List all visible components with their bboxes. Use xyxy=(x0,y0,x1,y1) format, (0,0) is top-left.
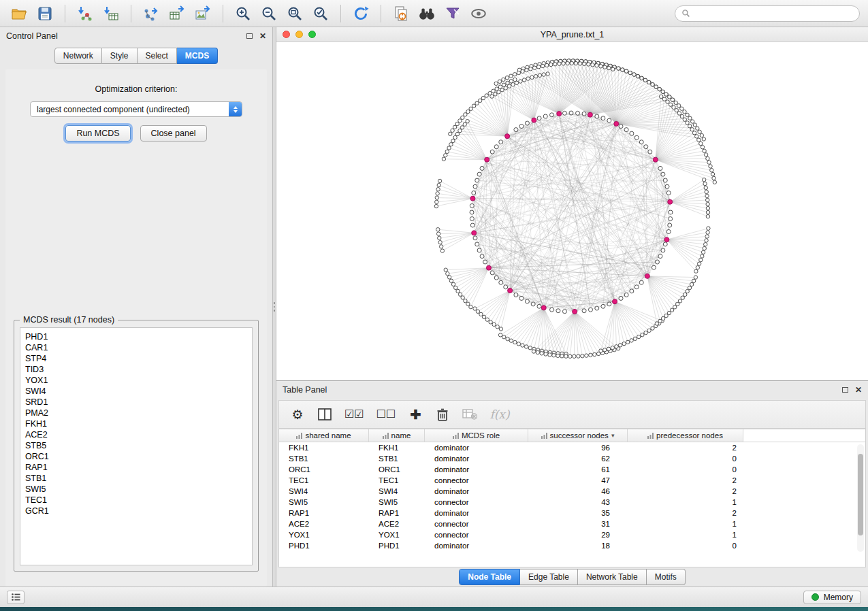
column-header-predecessor-nodes[interactable]: predecessor nodes xyxy=(628,429,743,442)
table-scrollbar-thumb[interactable] xyxy=(858,454,863,535)
cell-successor-nodes: 47 xyxy=(528,476,628,484)
search-input[interactable] xyxy=(694,9,853,18)
cell-predecessor-nodes: 1 xyxy=(628,520,743,528)
zoom-in-icon[interactable] xyxy=(232,3,254,24)
save-icon[interactable] xyxy=(34,3,56,24)
tab-network[interactable]: Network xyxy=(54,48,102,64)
tab-mcds[interactable]: MCDS xyxy=(177,48,218,64)
toolbar-separator xyxy=(131,5,131,22)
table-row[interactable]: TEC1TEC1connector472 xyxy=(279,475,865,486)
cell-name: RAP1 xyxy=(369,509,425,517)
cell-shared-name: RAP1 xyxy=(279,509,369,517)
mcds-result-item[interactable]: SWI5 xyxy=(25,484,247,495)
run-mcds-button[interactable]: Run MCDS xyxy=(65,125,130,142)
mcds-result-item[interactable]: CAR1 xyxy=(25,342,247,353)
tab-node-table[interactable]: Node Table xyxy=(459,569,520,585)
mcds-result-item[interactable]: SWI4 xyxy=(25,386,247,397)
table-row[interactable]: RAP1RAP1dominator352 xyxy=(279,508,865,518)
float-panel-icon[interactable] xyxy=(246,33,253,39)
deselect-all-icon[interactable]: ☐☐ xyxy=(376,406,396,423)
criterion-dropdown[interactable]: largest connected component (undirected) xyxy=(30,101,242,117)
column-header-successor-nodes[interactable]: successor nodes ▾ xyxy=(528,429,628,442)
table-row[interactable]: SWI4SWI4dominator462 xyxy=(279,486,865,497)
table-row[interactable]: SWI5SWI5connector431 xyxy=(279,497,865,508)
export-image-icon[interactable] xyxy=(192,3,214,24)
mcds-result-item[interactable]: RAP1 xyxy=(25,462,247,473)
cell-successor-nodes: 46 xyxy=(528,487,628,495)
zoom-selected-icon[interactable] xyxy=(310,3,332,24)
table-row[interactable]: PHD1PHD1dominator180 xyxy=(279,540,865,551)
mcds-result-item[interactable]: PHD1 xyxy=(25,331,247,342)
cell-shared-name: SWI5 xyxy=(279,498,369,506)
toolbar-separator xyxy=(65,5,65,22)
sort-icon xyxy=(383,433,389,439)
mcds-result-item[interactable]: SRD1 xyxy=(25,397,247,408)
mcds-result-item[interactable]: YOX1 xyxy=(25,375,247,386)
tab-edge-table[interactable]: Edge Table xyxy=(520,569,578,585)
mcds-result-item[interactable]: FKH1 xyxy=(25,418,247,429)
column-header-name[interactable]: name xyxy=(369,429,425,442)
network-canvas[interactable] xyxy=(276,42,868,380)
mcds-result-item[interactable]: STB5 xyxy=(25,440,247,451)
tab-motifs[interactable]: Motifs xyxy=(647,569,686,585)
memory-button[interactable]: Memory xyxy=(803,591,861,604)
mcds-result-item[interactable]: TEC1 xyxy=(25,495,247,506)
export-table-icon[interactable] xyxy=(166,3,188,24)
window-minimize-icon[interactable] xyxy=(295,31,303,38)
export-network-icon[interactable] xyxy=(140,3,162,24)
table-row[interactable]: YOX1YOX1connector291 xyxy=(279,529,865,540)
table-row[interactable]: ORC1ORC1dominator610 xyxy=(279,464,865,475)
open-folder-icon[interactable] xyxy=(8,3,30,24)
table-row[interactable]: ACE2ACE2connector311 xyxy=(279,518,865,529)
close-panel-icon[interactable]: ✕ xyxy=(259,31,266,41)
function-builder-icon[interactable]: f(x) xyxy=(489,406,509,423)
table-row[interactable]: FKH1FKH1dominator962 xyxy=(279,442,865,453)
table-row[interactable]: STB1STB1dominator620 xyxy=(279,453,865,464)
filter-icon[interactable] xyxy=(442,3,464,24)
table-scrollbar[interactable] xyxy=(857,444,864,552)
cell-name: SWI5 xyxy=(369,498,425,506)
search-icon xyxy=(681,9,690,18)
cell-successor-nodes: 96 xyxy=(528,444,628,452)
task-history-icon[interactable] xyxy=(7,591,25,604)
close-panel-button[interactable]: Close panel xyxy=(140,125,207,142)
select-all-icon[interactable]: ☑☑ xyxy=(344,406,364,423)
sort-icon xyxy=(541,433,547,439)
show-columns-icon[interactable] xyxy=(317,406,332,423)
mcds-result-item[interactable]: ACE2 xyxy=(25,429,247,440)
column-header-mcds-role[interactable]: MCDS role xyxy=(425,429,528,442)
cell-name: ORC1 xyxy=(369,465,425,474)
cell-successor-nodes: 61 xyxy=(528,465,628,474)
mcds-result-item[interactable]: TID3 xyxy=(25,364,247,375)
table-panel: Table Panel ✕ ⚙ ☑☑ ☐☐ ✚ xyxy=(276,381,868,587)
add-column-icon[interactable]: ✚ xyxy=(408,406,423,423)
tab-style[interactable]: Style xyxy=(102,48,138,64)
show-hide-icon[interactable] xyxy=(468,3,489,24)
zoom-fit-icon[interactable] xyxy=(284,3,306,24)
window-zoom-icon[interactable] xyxy=(308,31,316,38)
delete-column-icon[interactable] xyxy=(435,406,450,423)
window-close-icon[interactable] xyxy=(283,31,290,38)
import-table-icon[interactable] xyxy=(100,3,122,24)
delete-table-icon[interactable] xyxy=(462,406,477,423)
mcds-result-item[interactable]: STB1 xyxy=(25,473,247,484)
mcds-result-item[interactable]: PMA2 xyxy=(25,408,247,418)
clone-network-icon[interactable] xyxy=(390,3,412,24)
search-binoculars-icon[interactable] xyxy=(416,3,438,24)
mcds-result-item[interactable]: ORC1 xyxy=(25,451,247,462)
search-box[interactable] xyxy=(675,5,860,22)
mcds-result-list[interactable]: PHD1CAR1STP4TID3YOX1SWI4SRD1PMA2FKH1ACE2… xyxy=(20,327,253,565)
cell-mcds-role: dominator xyxy=(425,487,528,495)
mcds-result-item[interactable]: GCR1 xyxy=(25,506,247,516)
import-network-icon[interactable] xyxy=(74,3,96,24)
column-header-shared-name[interactable]: shared name xyxy=(279,429,369,442)
tab-network-table[interactable]: Network Table xyxy=(578,569,647,585)
zoom-out-icon[interactable] xyxy=(258,3,280,24)
refresh-icon[interactable] xyxy=(350,3,372,24)
tab-select[interactable]: Select xyxy=(138,48,177,64)
table-settings-gear-icon[interactable]: ⚙ xyxy=(290,406,305,423)
sort-icon xyxy=(296,433,302,439)
float-table-panel-icon[interactable] xyxy=(842,387,848,393)
close-table-panel-icon[interactable]: ✕ xyxy=(855,385,862,395)
mcds-result-item[interactable]: STP4 xyxy=(25,353,247,364)
